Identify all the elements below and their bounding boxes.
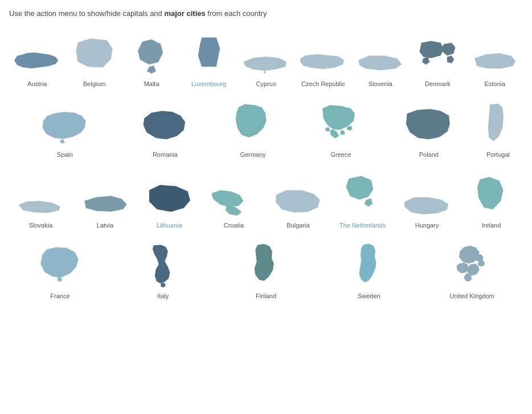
country-hungary[interactable]: Hungary: [395, 189, 459, 231]
country-greece[interactable]: Greece: [297, 99, 384, 160]
country-bulgaria[interactable]: Bulgaria: [267, 182, 330, 231]
country-france[interactable]: France: [9, 240, 111, 302]
country-luxembourg[interactable]: Luxembourg: [181, 28, 236, 90]
country-name-hungary: Hungary: [415, 222, 439, 229]
country-malta[interactable]: Malta: [124, 28, 179, 90]
country-name-cyprus: Cyprus: [256, 80, 276, 87]
country-estonia[interactable]: Estonia: [467, 44, 523, 90]
country-lithuania[interactable]: Lithuania: [138, 176, 201, 231]
country-row-4: France Italy Finland: [9, 240, 523, 302]
country-name-malta: Malta: [144, 80, 159, 87]
country-slovenia[interactable]: Slovenia: [353, 44, 408, 90]
country-name-finland: Finland: [256, 293, 276, 299]
country-name-uk: United Kingdom: [449, 293, 494, 299]
country-name-spain: Spain: [57, 151, 73, 158]
country-name-bulgaria: Bulgaria: [287, 222, 309, 229]
country-name-netherlands: The Netherlands: [339, 222, 386, 229]
country-belgium[interactable]: Belgium: [66, 28, 122, 90]
country-row-1: Austria Belgium Malta: [9, 28, 523, 90]
country-name-italy: Italy: [157, 293, 169, 299]
country-portugal[interactable]: Portugal: [473, 99, 523, 160]
country-uk[interactable]: United Kingdom: [421, 240, 523, 302]
country-name-lithuania: Lithuania: [157, 222, 182, 229]
country-romania[interactable]: Romania: [122, 102, 208, 160]
country-name-estonia: Estonia: [484, 80, 505, 87]
country-name-ireland: Ireland: [482, 222, 501, 229]
country-name-germany: Germany: [240, 151, 266, 158]
country-germany[interactable]: Germany: [210, 99, 296, 160]
instruction-text: Use the action menu to show/hide capital…: [9, 9, 523, 18]
country-name-luxembourg: Luxembourg: [191, 80, 226, 87]
country-name-slovenia: Slovenia: [369, 80, 392, 87]
country-spain[interactable]: Spain: [9, 105, 121, 160]
country-denmark[interactable]: Denmark: [410, 35, 465, 90]
country-row-2: Spain Romania Germany: [9, 99, 523, 160]
country-slovakia[interactable]: Slovakia: [9, 193, 72, 231]
country-ireland[interactable]: Ireland: [460, 169, 523, 231]
country-austria[interactable]: Austria: [9, 42, 65, 90]
country-finland[interactable]: Finland: [215, 240, 317, 302]
country-name-greece: Greece: [330, 151, 351, 158]
country-name-croatia: Croatia: [224, 222, 244, 229]
country-czech[interactable]: Czech Republic: [295, 45, 351, 90]
country-name-belgium: Belgium: [83, 80, 106, 87]
country-name-latvia: Latvia: [97, 222, 113, 229]
country-sweden[interactable]: Sweden: [318, 240, 420, 302]
country-row-3: Slovakia Latvia Lithuania: [9, 169, 523, 231]
countries-grid: Austria Belgium Malta: [9, 28, 523, 302]
country-name-poland: Poland: [419, 151, 439, 158]
country-latvia[interactable]: Latvia: [73, 188, 137, 231]
country-netherlands[interactable]: The Netherlands: [331, 169, 394, 231]
country-croatia[interactable]: Croatia: [202, 182, 265, 231]
country-name-romania: Romania: [153, 151, 178, 158]
country-name-denmark: Denmark: [425, 80, 451, 87]
country-name-france: France: [50, 293, 69, 299]
country-name-slovakia: Slovakia: [29, 222, 53, 229]
country-poland[interactable]: Poland: [386, 102, 472, 160]
country-name-czech: Czech Republic: [301, 80, 345, 87]
country-name-sweden: Sweden: [358, 293, 380, 299]
country-name-austria: Austria: [27, 80, 47, 87]
country-cyprus[interactable]: Cyprus: [238, 48, 294, 90]
country-italy[interactable]: Italy: [112, 240, 214, 302]
country-name-portugal: Portugal: [486, 151, 510, 158]
